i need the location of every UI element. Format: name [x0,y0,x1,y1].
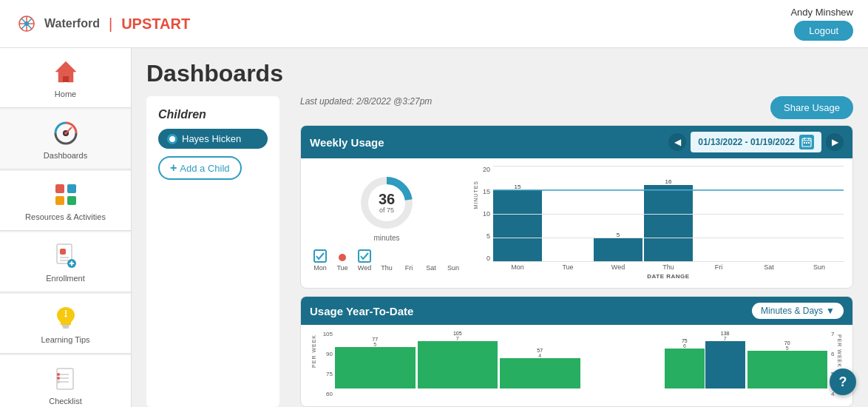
ytd-dropdown-button[interactable]: Minutes & Days ▼ [752,303,844,319]
avg-line [493,189,844,191]
add-child-button[interactable]: + Add a Child [158,156,242,180]
dashboards-icon [51,118,81,148]
prev-week-button[interactable]: ◀ [668,133,686,151]
day-thu: Thu [376,251,397,272]
logo-waterford-text: Waterford [44,17,100,30]
svg-point-10 [64,132,67,135]
home-icon [51,57,81,87]
x-label-fri: Fri [694,263,743,271]
sidebar-dashboards-label: Dashboards [44,151,87,160]
logout-button[interactable]: Logout [794,21,853,41]
svg-rect-23 [63,327,69,329]
svg-rect-44 [359,250,370,262]
x-label-sun: Sun [795,263,844,271]
main-layout: Home Dashboards [0,48,868,407]
sidebar-item-dashboards[interactable]: Dashboards [0,110,131,169]
logo-divider: | [109,16,112,33]
svg-rect-40 [808,142,810,144]
sidebar-resources-label: Resources & Activities [25,212,106,221]
weekly-usage-header: Weekly Usage ◀ 01/13/2022 - 01/19/2022 [301,126,852,158]
x-axis-labels: Mon Tue Wed Thu Fri Sat Sun [493,263,844,271]
svg-point-30 [57,373,60,376]
dashboard-area: Last updated: 2/8/2022 @3:27pm Share Usa… [300,96,853,407]
day-tue: Tue [332,251,353,272]
sidebar-item-enrollment[interactable]: Enrollment [0,232,131,292]
svg-rect-7 [63,76,69,82]
svg-rect-38 [804,142,805,144]
help-button[interactable]: ? [830,369,856,395]
svg-rect-16 [60,249,66,255]
day-fri: Fri [399,251,419,272]
next-week-button[interactable]: ▶ [826,133,844,151]
sidebar-item-resources[interactable]: Resources & Activities [0,171,131,231]
weekly-usage-body: 36 of 75 minutes Mon [301,158,852,288]
share-usage-button[interactable]: Share Usage [770,96,853,119]
minutes-used: 36 [379,192,395,206]
resources-icon [51,180,81,209]
checklist-icon [51,364,81,394]
last-updated: Last updated: 2/8/2022 @3:27pm [300,96,432,107]
gridline-10 [493,214,844,215]
gridline-0 [493,261,844,262]
sidebar-learning-tips-label: Learning Tips [41,335,89,344]
ytd-group-5: 75 6 138 7 [665,331,745,388]
sidebar-item-checklist[interactable]: Checklist [0,355,131,407]
children-panel: Children Hayes Hicken + Add a Child [146,96,279,407]
ytd-bars-area: 77 5 105 7 [335,331,827,388]
dropdown-arrow-icon: ▼ [826,306,835,316]
ytd-card: Usage Year-To-Date Minutes & Days ▼ 105 … [300,296,853,407]
svg-point-5 [24,21,29,26]
logo-upstart-text: UPSTART [121,16,190,33]
content-inner: Children Hayes Hicken + Add a Child Last… [146,96,853,407]
date-nav: ◀ 01/13/2022 - 01/19/2022 [668,132,844,152]
donut-center: 36 of 75 [379,192,395,214]
ytd-group-1: 77 5 [335,331,416,388]
donut-chart: 36 of 75 [357,173,416,232]
sidebar-enrollment-label: Enrollment [46,274,85,283]
svg-point-25 [64,315,67,317]
sidebar: Home Dashboards [0,48,132,407]
bar-chart-area: 20 15 10 5 0 MINUTES [472,166,844,280]
chart-area: 15 [493,166,844,262]
bar-chart-wrapper: 20 15 10 5 0 MINUTES [472,166,844,280]
minutes-label: minutes [373,234,399,242]
sidebar-item-home[interactable]: Home [0,48,131,108]
days-row: Mon Tue Wed [310,249,464,272]
content-area: Dashboards Children Hayes Hicken + Add a… [132,48,868,407]
x-label-thu: Thu [644,263,693,271]
lightbulb-icon [51,303,81,332]
date-range: 01/13/2022 - 01/19/2022 [691,132,821,152]
header-right: Andy Minshew Logout [790,7,853,41]
date-range-text: 01/13/2022 - 01/19/2022 [698,137,795,147]
day-sun: Sun [443,251,464,272]
sidebar-item-learning-tips[interactable]: Learning Tips [0,294,131,354]
gridline-5 [493,238,844,238]
per-week-label-left: PER WEEK [311,334,316,368]
x-label-tue: Tue [543,263,592,271]
child-item-hayes[interactable]: Hayes Hicken [158,129,268,149]
enrollment-icon [51,241,81,271]
ytd-body: 105 90 75 60 PER WEEK 7 6 5 [301,325,852,406]
date-range-bottom-label: DATE RANGE [493,273,844,280]
calendar-icon[interactable] [799,135,814,149]
sidebar-checklist-label: Checklist [49,397,82,406]
add-icon: + [170,161,177,175]
ytd-group-3: 57 4 [500,331,580,388]
child-name: Hayes Hicken [182,133,241,144]
per-week-label-right: PER WEEK [837,334,842,368]
gridline-20 [493,166,844,166]
add-child-label: Add a Child [180,163,229,174]
svg-rect-11 [55,184,64,193]
logo-area: Waterford | UPSTART [15,12,190,36]
svg-rect-43 [314,250,326,262]
ytd-dropdown-label: Minutes & Days [761,306,823,316]
sidebar-home-label: Home [55,90,76,98]
svg-rect-12 [67,184,76,193]
weekly-usage-title: Weekly Usage [310,136,384,149]
children-panel-title: Children [158,108,268,121]
svg-rect-22 [62,325,69,327]
page-title: Dashboards [146,60,853,87]
svg-point-32 [57,380,60,383]
minutes-total: of 75 [379,206,395,214]
child-radio [167,134,177,144]
